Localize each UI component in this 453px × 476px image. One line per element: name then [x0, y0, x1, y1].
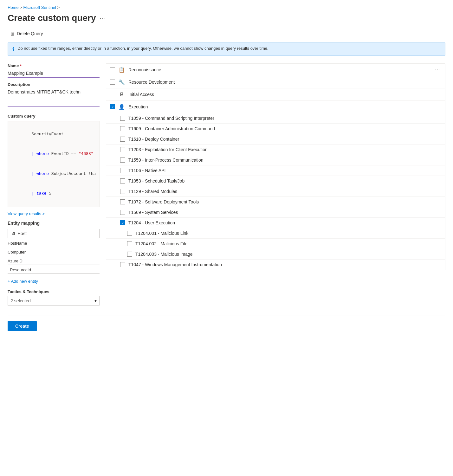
mitre-checkbox-t1204[interactable]	[120, 220, 125, 225]
mitre-more-recon[interactable]: ···	[435, 67, 441, 73]
left-panel: Name * Description Demonstrates MITRE AT…	[8, 63, 106, 306]
entity-mapping-label: Entity mapping	[8, 221, 100, 226]
delete-query-label: Delete Query	[17, 31, 43, 36]
view-query-results-link[interactable]: View query results >	[8, 211, 45, 216]
mitre-checkbox-t1610[interactable]	[120, 137, 125, 142]
mitre-label-t1569: T1569 - System Services	[128, 210, 441, 215]
required-indicator: *	[20, 63, 22, 68]
mitre-item-initial-access[interactable]: 🖥Initial Access	[106, 88, 445, 101]
entity-field-computer[interactable]	[8, 248, 100, 256]
mitre-label-t1559: T1559 - Inter-Process Communication	[128, 158, 441, 163]
info-banner-text: Do not use fixed time ranges, either dir…	[17, 46, 269, 51]
mitre-label-t1609: T1609 - Container Administration Command	[128, 126, 441, 131]
info-icon: ℹ	[12, 46, 14, 52]
mitre-item-t1204[interactable]: T1204 - User Execution	[106, 218, 445, 228]
mitre-checkbox-t1204-002[interactable]	[127, 241, 132, 246]
mitre-item-t1204-001[interactable]: T1204.001 - Malicious Link	[106, 228, 445, 239]
mitre-item-recon[interactable]: 📋Reconnaissance···	[106, 64, 445, 76]
info-banner: ℹ Do not use fixed time ranges, either d…	[8, 42, 445, 56]
tactics-label: Tactics & Techniques	[8, 289, 100, 294]
mitre-item-t1129[interactable]: T1129 - Shared Modules	[106, 186, 445, 197]
custom-query-label: Custom query	[8, 114, 100, 119]
description-label: Description	[8, 82, 100, 87]
mitre-checkbox-t1559[interactable]	[120, 158, 125, 163]
mitre-item-t1610[interactable]: T1610 - Deploy Container	[106, 134, 445, 145]
mitre-label-initial-access: Initial Access	[128, 92, 441, 97]
entity-row: 🖥 Host	[8, 229, 100, 275]
mitre-checkbox-t1072[interactable]	[120, 199, 125, 204]
mitre-item-t1072[interactable]: T1072 - Software Deployment Tools	[106, 197, 445, 207]
breadcrumb: Home > Microsoft Sentinel >	[8, 5, 445, 10]
mitre-item-t1204-002[interactable]: T1204.002 - Malicious File	[106, 239, 445, 249]
entity-field-hostname[interactable]	[8, 240, 100, 247]
name-label: Name *	[8, 63, 100, 68]
mitre-label-t1129: T1129 - Shared Modules	[128, 189, 441, 194]
mitre-checkbox-recon[interactable]	[110, 67, 115, 72]
mitre-label-t1106: T1106 - Native API	[128, 168, 441, 173]
mitre-tactic-icon-initial-access: 🖥	[118, 91, 125, 98]
mitre-label-t1203: T1203 - Exploitation for Client Executio…	[128, 147, 441, 152]
add-entity-button[interactable]: + Add new entity	[8, 278, 38, 285]
mitre-item-t1106[interactable]: T1106 - Native API	[106, 165, 445, 176]
mitre-label-execution: Execution	[128, 104, 441, 109]
mitre-item-t1204-003[interactable]: T1204.003 - Malicious Image	[106, 249, 445, 260]
mitre-label-t1072: T1072 - Software Deployment Tools	[128, 199, 441, 204]
mitre-checkbox-t1106[interactable]	[120, 168, 125, 173]
mitre-label-recon: Reconnaissance	[128, 67, 432, 72]
mitre-label-t1204-003: T1204.003 - Malicious Image	[135, 252, 441, 257]
breadcrumb-sentinel[interactable]: Microsoft Sentinel	[23, 5, 56, 10]
name-input[interactable]	[8, 69, 100, 78]
mitre-checkbox-resource-dev[interactable]	[110, 80, 115, 85]
mitre-item-t1047[interactable]: T1047 - Windows Management Instrumentati…	[106, 260, 445, 270]
page-title: Create custom query	[8, 13, 96, 23]
description-input[interactable]: Demonstrates MITRE ATT&CK techn	[8, 88, 100, 107]
mitre-label-t1047: T1047 - Windows Management Instrumentati…	[128, 262, 441, 267]
mitre-item-t1203[interactable]: T1203 - Exploitation for Client Executio…	[106, 145, 445, 155]
mitre-checkbox-t1609[interactable]	[120, 126, 125, 131]
mitre-label-resource-dev: Resource Development	[128, 80, 441, 85]
footer-bar: Create	[8, 316, 445, 336]
mitre-item-t1053[interactable]: T1053 - Scheduled Task/Job	[106, 176, 445, 186]
mitre-item-t1059[interactable]: T1059 - Command and Scripting Interprete…	[106, 113, 445, 124]
mitre-checkbox-t1059[interactable]	[120, 116, 125, 121]
delete-query-button[interactable]: 🗑 Delete Query	[8, 29, 45, 37]
mitre-checkbox-execution[interactable]	[110, 104, 115, 109]
mitre-label-t1059: T1059 - Command and Scripting Interprete…	[128, 116, 441, 121]
mitre-checkbox-t1204-003[interactable]	[127, 252, 132, 257]
mitre-checkbox-t1053[interactable]	[120, 178, 125, 183]
toolbar: 🗑 Delete Query	[8, 29, 445, 37]
mitre-checkbox-t1129[interactable]	[120, 189, 125, 194]
entity-type-label: Host	[17, 231, 27, 236]
mitre-tactic-icon-execution: 👤	[118, 103, 125, 110]
entity-type-selector[interactable]: 🖥 Host	[8, 229, 100, 238]
mitre-label-t1204-001: T1204.001 - Malicious Link	[135, 231, 441, 236]
mitre-item-resource-dev[interactable]: 🔧Resource Development	[106, 76, 445, 88]
mitre-item-execution[interactable]: 👤Execution	[106, 101, 445, 113]
mitre-tactic-icon-recon: 📋	[118, 66, 125, 73]
mitre-tactic-icon-resource-dev: 🔧	[118, 79, 125, 86]
tactics-dropdown[interactable]: 2 selected ▾	[8, 296, 100, 306]
breadcrumb-home[interactable]: Home	[8, 5, 19, 10]
mitre-label-t1053: T1053 - Scheduled Task/Job	[128, 178, 441, 183]
mitre-checkbox-t1203[interactable]	[120, 147, 125, 152]
mitre-checkbox-t1047[interactable]	[120, 262, 125, 267]
create-button[interactable]: Create	[8, 321, 37, 331]
mitre-panel: 📋Reconnaissance···🔧Resource Development🖥…	[106, 63, 445, 270]
tactics-value: 2 selected	[10, 298, 31, 303]
mitre-item-t1569[interactable]: T1569 - System Services	[106, 207, 445, 218]
mitre-label-t1204-002: T1204.002 - Malicious File	[135, 241, 441, 246]
mitre-checkbox-t1204-001[interactable]	[127, 231, 132, 236]
host-icon: 🖥	[10, 231, 16, 236]
mitre-item-t1609[interactable]: T1609 - Container Administration Command	[106, 124, 445, 134]
trash-icon: 🗑	[10, 31, 15, 36]
query-editor[interactable]: SecurityEvent | where EventID == "4688" …	[8, 121, 100, 207]
mitre-label-t1610: T1610 - Deploy Container	[128, 137, 441, 142]
mitre-label-t1204: T1204 - User Execution	[128, 220, 441, 225]
mitre-checkbox-initial-access[interactable]	[110, 92, 115, 97]
mitre-checkbox-t1569[interactable]	[120, 210, 125, 215]
entity-field-azureid[interactable]	[8, 257, 100, 265]
page-more-options[interactable]: ···	[100, 15, 107, 22]
chevron-down-icon: ▾	[94, 298, 97, 303]
entity-field-resourceid[interactable]	[8, 266, 100, 274]
mitre-item-t1559[interactable]: T1559 - Inter-Process Communication	[106, 155, 445, 165]
